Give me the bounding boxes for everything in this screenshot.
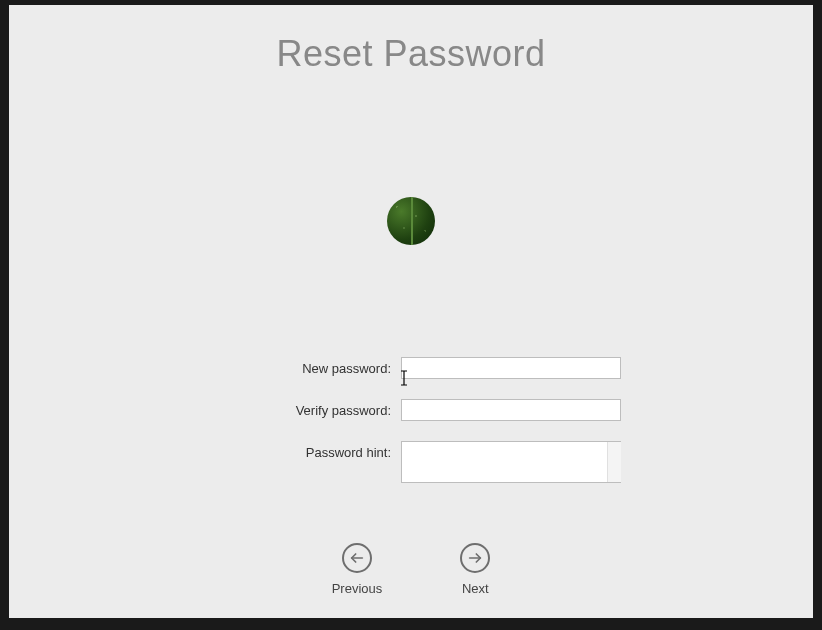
next-label: Next [462,581,489,596]
previous-button[interactable]: Previous [332,543,383,596]
new-password-label: New password: [201,357,401,376]
arrow-right-icon [460,543,490,573]
password-form: New password: Verify password: Password … [9,357,813,507]
password-hint-input[interactable] [401,441,621,483]
verify-password-input[interactable] [401,399,621,421]
verify-password-label: Verify password: [201,399,401,418]
navigation-buttons: Previous Next [9,543,813,596]
new-password-input[interactable] [401,357,621,379]
password-hint-row: Password hint: [9,441,813,487]
page-title: Reset Password [9,5,813,75]
reset-password-window: Reset Password New password: Verify pass… [9,5,813,618]
user-avatar [387,197,435,245]
hint-scrollbar[interactable] [607,442,621,482]
verify-password-row: Verify password: [9,399,813,421]
password-hint-label: Password hint: [201,441,401,460]
arrow-left-icon [342,543,372,573]
new-password-row: New password: [9,357,813,379]
previous-label: Previous [332,581,383,596]
next-button[interactable]: Next [460,543,490,596]
password-hint-wrapper [401,441,621,487]
